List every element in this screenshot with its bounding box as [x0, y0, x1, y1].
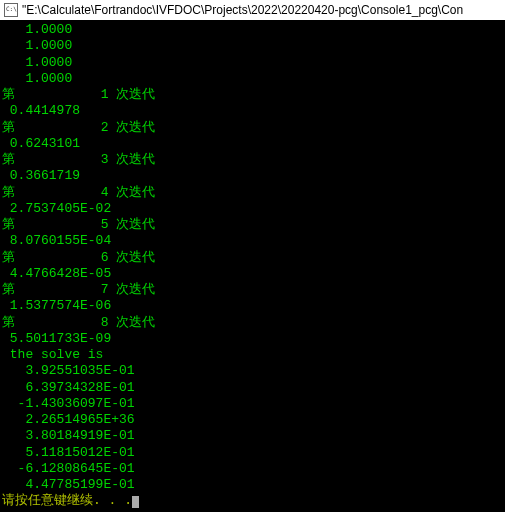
console-window: "E:\Calculate\Fortrandoc\IVFDOC\Projects… [0, 0, 505, 512]
output-lines: 1.0000 1.0000 1.0000 1.0000 第 1 次迭代 0.44… [2, 22, 155, 492]
continue-prompt: 请按任意键继续. . . [2, 493, 132, 508]
cursor [132, 496, 139, 508]
titlebar[interactable]: "E:\Calculate\Fortrandoc\IVFDOC\Projects… [0, 0, 505, 20]
console-output[interactable]: 1.0000 1.0000 1.0000 1.0000 第 1 次迭代 0.44… [0, 20, 505, 512]
console-icon [4, 3, 18, 17]
titlebar-path: "E:\Calculate\Fortrandoc\IVFDOC\Projects… [22, 3, 463, 17]
